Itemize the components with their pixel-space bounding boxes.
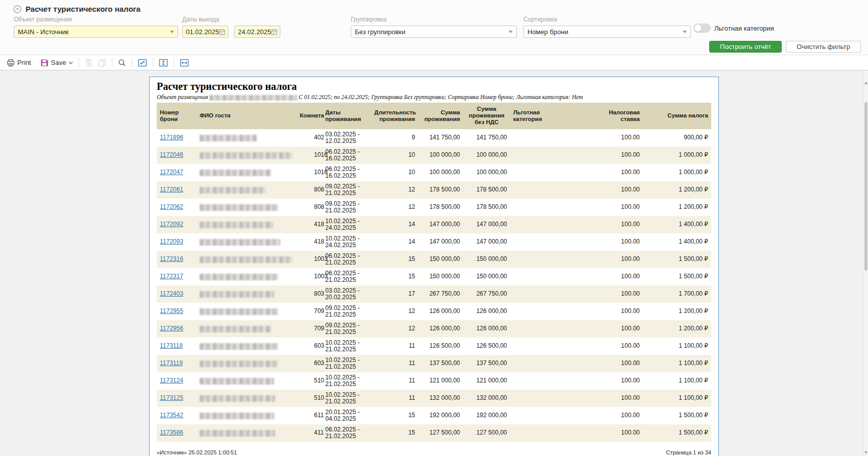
dates-line2: 21.02.2025 xyxy=(325,346,368,353)
zoom-page-height-button[interactable] xyxy=(156,57,171,68)
save-button[interactable]: Save xyxy=(38,57,76,68)
guest-cell xyxy=(197,181,297,199)
property-value: MAIN - Источник xyxy=(18,28,69,36)
booking-link[interactable]: 1172092 xyxy=(160,221,183,228)
clear-filter-button[interactable]: Очистить фильтр xyxy=(786,41,861,53)
booking-link[interactable]: 1172955 xyxy=(160,307,183,315)
booking-link[interactable]: 1172047 xyxy=(160,169,183,176)
amount-no-vat-cell: 137 500,00 xyxy=(463,355,510,372)
benefit-category-toggle[interactable] xyxy=(693,23,711,33)
booking-link[interactable]: 1173125 xyxy=(160,394,183,401)
dates-cell: 06.02.2025 -21.02.2025 xyxy=(322,251,371,268)
nights-cell: 12 xyxy=(371,320,418,338)
dates-line2: 21.02.2025 xyxy=(325,277,368,283)
booking-link[interactable]: 1173118 xyxy=(160,342,183,349)
amount-cell: 192 000,00 xyxy=(418,407,463,424)
rate-cell: 100.00 xyxy=(573,216,643,233)
booking-link[interactable]: 1172317 xyxy=(160,273,183,280)
date-to-input[interactable]: 24.02.2025 xyxy=(234,26,280,38)
benefit-cell xyxy=(510,199,573,216)
rate-cell: 100.00 xyxy=(573,199,643,216)
booking-link[interactable]: 1172403 xyxy=(160,290,183,297)
dates-cell: 06.02.2025 -21.02.2025 xyxy=(322,424,371,442)
dates-cell: 09.02.2025 -21.02.2025 xyxy=(322,320,371,338)
dates-line2: 21.02.2025 xyxy=(325,329,368,335)
tax-cell: 1 200,00 ₽ xyxy=(643,320,711,338)
nights-cell: 17 xyxy=(371,285,418,303)
guest-cell xyxy=(197,355,297,372)
nights-cell: 14 xyxy=(371,233,418,251)
booking-link[interactable]: 1173586 xyxy=(160,429,183,436)
zoom-page-width-button[interactable] xyxy=(177,57,191,68)
vertical-scrollbar[interactable] xyxy=(863,70,868,456)
date-from-input[interactable]: 01.02.2025 xyxy=(182,26,228,38)
booking-link[interactable]: 1173542 xyxy=(160,412,183,419)
nights-cell: 12 xyxy=(371,199,418,216)
booking-link[interactable]: 1172956 xyxy=(160,325,183,332)
booking-link[interactable]: 1172093 xyxy=(160,238,183,245)
rate-cell: 100.00 xyxy=(573,164,643,181)
scrollbar-thumb[interactable] xyxy=(864,102,867,271)
booking-cell: 1173124 xyxy=(157,372,197,390)
rate-cell: 100.00 xyxy=(573,372,643,390)
dates-cell: 10.02.2025 -21.02.2025 xyxy=(322,390,371,407)
print-button[interactable]: Print xyxy=(4,57,34,68)
toolbar-separator xyxy=(174,58,174,67)
tax-cell: 1 400,00 ₽ xyxy=(643,216,711,233)
column-header: Датыпроживания xyxy=(322,103,371,129)
grouping-select[interactable]: Без группировки xyxy=(351,26,517,38)
booking-link[interactable]: 1173124 xyxy=(160,377,183,384)
scrollbar-up-arrow-icon[interactable] xyxy=(864,82,867,84)
viewer-toolbar: Print Save xyxy=(0,55,868,70)
nights-cell: 11 xyxy=(371,338,418,355)
tax-cell: 1 200,00 ₽ xyxy=(643,181,711,199)
booking-link[interactable]: 1173119 xyxy=(160,359,183,367)
room-cell: 510 xyxy=(297,372,322,390)
tax-report-table: Номер брониФИО гостяКомнатаДатыпроживани… xyxy=(157,103,711,442)
guest-cell xyxy=(197,164,297,181)
calendar-icon[interactable] xyxy=(271,29,277,35)
benefit-cell xyxy=(510,268,573,285)
dates-cell: 09.02.2025 -21.02.2025 xyxy=(322,303,371,320)
page-title: Расчет туристического налога xyxy=(26,5,140,13)
room-cell: 808 xyxy=(297,181,322,199)
amount-cell: 127 500,00 xyxy=(418,424,463,442)
amount-cell: 267 750,00 xyxy=(418,285,463,303)
property-select[interactable]: MAIN - Источник xyxy=(14,26,178,38)
zoom-page-button[interactable] xyxy=(135,57,150,68)
amount-cell: 126 000,00 xyxy=(418,303,463,320)
sorting-select[interactable]: Номер брони xyxy=(523,26,691,38)
collapse-panel-icon[interactable] xyxy=(13,5,21,13)
guest-name-redacted xyxy=(200,361,278,367)
scrollbar-down-arrow-icon[interactable] xyxy=(864,451,867,454)
rate-cell: 100.00 xyxy=(573,338,643,355)
dates-line2: 21.02.2025 xyxy=(325,190,368,197)
booking-cell: 1173586 xyxy=(157,424,197,442)
find-button[interactable] xyxy=(115,57,129,68)
booking-cell: 1171896 xyxy=(157,129,197,147)
booking-link[interactable]: 1172046 xyxy=(160,151,183,158)
zoom-page-width-icon xyxy=(180,59,189,67)
guest-name-redacted xyxy=(200,413,274,419)
benefit-cell xyxy=(510,181,573,199)
booking-cell: 1172062 xyxy=(157,199,197,216)
build-report-button[interactable]: Построить отчёт xyxy=(709,41,782,53)
report-page: Расчет туристического налога Объект разм… xyxy=(149,77,719,456)
report-footer: «Источник» 25.02.2025 1:00:51 Страница 1… xyxy=(157,449,711,455)
booking-link[interactable]: 1172316 xyxy=(160,255,183,262)
amount-cell: 150 000,00 xyxy=(418,251,463,268)
booking-link[interactable]: 1172061 xyxy=(160,186,183,193)
report-title: Расчет туристического налога xyxy=(157,81,711,92)
grouping-filter-group: Группировка Без группировки xyxy=(351,16,517,38)
dates-line1: 03.02.2025 - xyxy=(325,287,368,294)
amount-no-vat-cell: 150 000,00 xyxy=(463,251,510,268)
calendar-icon[interactable] xyxy=(219,29,225,35)
guest-name-redacted xyxy=(200,326,271,332)
guest-name-redacted xyxy=(200,204,278,211)
dates-line1: 10.02.2025 - xyxy=(325,392,368,398)
table-row: 1172955 709 09.02.2025 -21.02.2025 12 12… xyxy=(157,303,711,320)
booking-link[interactable]: 1172062 xyxy=(160,203,183,210)
booking-link[interactable]: 1171896 xyxy=(160,134,183,141)
guest-cell xyxy=(197,199,297,216)
guest-cell xyxy=(197,424,297,442)
